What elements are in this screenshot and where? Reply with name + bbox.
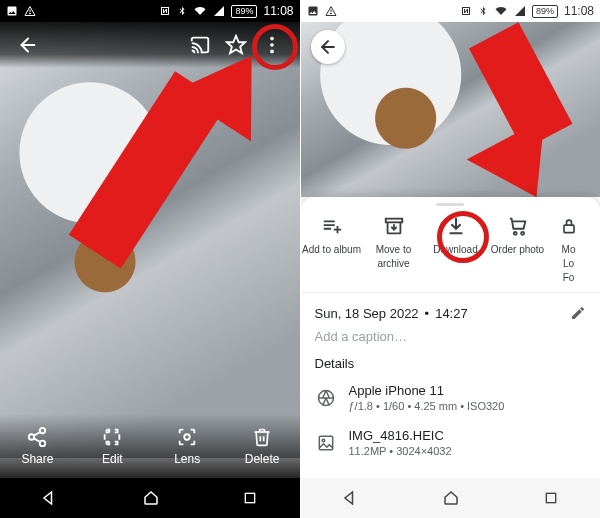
sheet-actions-row: Add to album Move to archive Download O — [301, 210, 601, 290]
add-to-album-label: Add to album — [302, 244, 361, 256]
order-photo-button[interactable]: Order photo — [487, 214, 549, 284]
svg-rect-28 — [319, 436, 332, 449]
archive-label-1: Move to — [376, 244, 412, 256]
exif-text: ƒ/1.8 • 1/60 • 4.25 mm • ISO320 — [349, 400, 505, 412]
options-bottom-sheet: Add to album Move to archive Download O — [301, 197, 601, 478]
file-meta: 11.2MP • 3024×4032 — [349, 445, 452, 457]
clock-text: 11:08 — [564, 4, 594, 18]
overflow-action-button[interactable]: Mo Lo Fo — [549, 214, 589, 284]
svg-point-24 — [513, 232, 516, 235]
favorite-button[interactable] — [218, 27, 254, 63]
overflow-label-1: Mo — [562, 244, 576, 256]
svg-point-9 — [40, 441, 46, 447]
bluetooth-icon — [177, 5, 187, 17]
move-to-archive-button[interactable]: Move to archive — [363, 214, 425, 284]
svg-point-14 — [184, 434, 190, 440]
back-button[interactable] — [311, 30, 345, 64]
svg-point-1 — [30, 13, 31, 14]
caption-input[interactable]: Add a caption… — [315, 329, 587, 344]
left-screenshot: 89% 11:08 Share Edit — [0, 0, 301, 518]
photo-time: 14:27 — [435, 306, 468, 321]
svg-point-6 — [270, 50, 274, 54]
cart-icon — [506, 214, 530, 238]
svg-rect-31 — [546, 493, 555, 502]
system-nav-bar — [0, 478, 300, 518]
bluetooth-icon — [478, 5, 488, 17]
photo-metadata: Sun, 18 Sep 2022 • 14:27 Add a caption… — [301, 295, 601, 344]
order-photo-label: Order photo — [491, 244, 544, 256]
nfc-icon — [460, 5, 472, 17]
svg-point-5 — [270, 43, 274, 47]
lock-icon — [557, 214, 581, 238]
svg-point-8 — [29, 434, 35, 440]
wifi-icon — [193, 5, 207, 17]
more-options-button[interactable] — [254, 27, 290, 63]
nfc-icon — [159, 5, 171, 17]
nav-back-button[interactable] — [342, 489, 360, 507]
status-bar: 89% 11:08 — [0, 0, 300, 22]
nav-home-button[interactable] — [142, 489, 160, 507]
battery-indicator: 89% — [532, 5, 558, 18]
status-bar: 89% 11:08 — [301, 0, 601, 22]
share-button[interactable]: Share — [0, 414, 75, 478]
svg-rect-20 — [385, 219, 402, 223]
overflow-label-3: Fo — [563, 272, 575, 284]
camera-aperture-icon — [315, 387, 337, 409]
signal-icon — [514, 5, 526, 17]
picture-icon — [6, 5, 18, 17]
svg-rect-16 — [246, 493, 255, 502]
device-detail-row: Apple iPhone 11 ƒ/1.8 • 1/60 • 4.25 mm •… — [301, 375, 601, 420]
back-button[interactable] — [10, 27, 46, 63]
svg-line-10 — [34, 432, 40, 436]
viewer-top-bar — [0, 22, 300, 68]
device-name: Apple iPhone 11 — [349, 383, 505, 398]
nav-recents-button[interactable] — [242, 490, 258, 506]
nav-back-button[interactable] — [41, 489, 59, 507]
right-screenshot: 89% 11:08 Add to album Move to archi — [301, 0, 601, 518]
edit-button[interactable]: Edit — [75, 414, 150, 478]
clock-text: 11:08 — [263, 4, 293, 18]
svg-point-7 — [40, 428, 46, 434]
file-detail-row: IMG_4816.HEIC 11.2MP • 3024×4032 — [301, 420, 601, 465]
image-file-icon — [315, 432, 337, 454]
download-icon — [444, 214, 468, 238]
svg-rect-26 — [564, 225, 574, 233]
details-heading: Details — [301, 344, 601, 375]
archive-label-2: archive — [377, 258, 409, 270]
playlist-add-icon — [320, 214, 344, 238]
battery-indicator: 89% — [231, 5, 257, 18]
svg-point-29 — [322, 439, 325, 442]
svg-marker-30 — [345, 492, 353, 504]
dot-separator: • — [425, 306, 430, 321]
edit-label: Edit — [102, 452, 123, 466]
lens-button[interactable]: Lens — [150, 414, 225, 478]
photo-preview — [301, 22, 601, 197]
download-button[interactable]: Download — [425, 214, 487, 284]
share-label: Share — [21, 452, 53, 466]
delete-button[interactable]: Delete — [225, 414, 300, 478]
warning-icon — [24, 5, 36, 17]
delete-label: Delete — [245, 452, 280, 466]
edit-datetime-button[interactable] — [570, 305, 586, 321]
nav-home-button[interactable] — [442, 489, 460, 507]
svg-point-25 — [521, 232, 524, 235]
archive-icon — [382, 214, 406, 238]
sheet-drag-handle[interactable] — [436, 203, 464, 206]
add-to-album-button[interactable]: Add to album — [301, 214, 363, 284]
wifi-icon — [494, 5, 508, 17]
picture-icon — [307, 5, 319, 17]
svg-point-18 — [330, 13, 331, 14]
file-name: IMG_4816.HEIC — [349, 428, 452, 443]
lens-label: Lens — [174, 452, 200, 466]
warning-icon — [325, 5, 337, 17]
signal-icon — [213, 5, 225, 17]
svg-marker-3 — [226, 36, 244, 53]
download-label: Download — [433, 244, 477, 256]
svg-line-11 — [34, 438, 40, 442]
svg-marker-15 — [44, 492, 52, 504]
cast-button[interactable] — [182, 27, 218, 63]
overflow-label-2: Lo — [563, 258, 574, 270]
nav-recents-button[interactable] — [543, 490, 559, 506]
viewer-bottom-bar: Share Edit Lens Delete — [0, 414, 300, 478]
photo-viewer-image — [0, 22, 300, 458]
